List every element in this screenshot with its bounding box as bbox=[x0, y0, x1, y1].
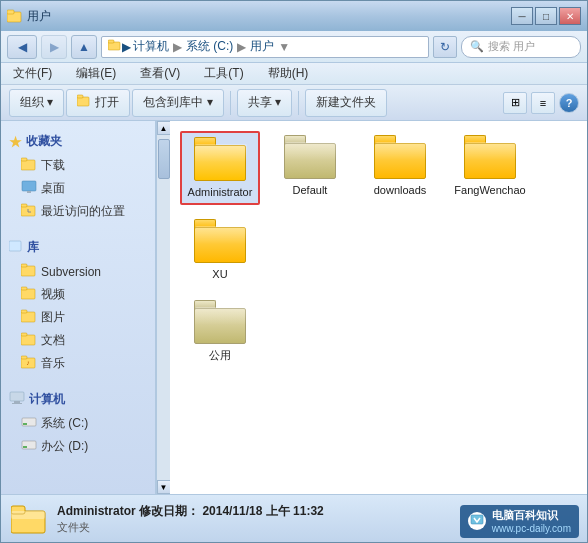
svg-rect-24 bbox=[10, 392, 24, 401]
scroll-down-button[interactable]: ▼ bbox=[157, 480, 171, 494]
path-computer: ▶ bbox=[122, 40, 131, 54]
folder-administrator[interactable]: Administrator bbox=[180, 131, 260, 205]
search-icon: 🔍 bbox=[470, 40, 484, 53]
svg-rect-15 bbox=[21, 289, 35, 299]
video-icon bbox=[21, 286, 37, 303]
close-button[interactable]: ✕ bbox=[559, 7, 581, 25]
pictures-icon bbox=[21, 309, 37, 326]
path-part2[interactable]: 系统 (C:) bbox=[186, 38, 233, 55]
sidebar-item-video[interactable]: 视频 bbox=[1, 283, 155, 306]
sidebar-item-documents[interactable]: 文档 bbox=[1, 329, 155, 352]
folder-downloads-icon bbox=[374, 135, 426, 179]
title-bar-left: 用户 bbox=[7, 8, 51, 25]
status-bar: Administrator 修改日期： 2014/11/18 上午 11:32 … bbox=[1, 494, 587, 542]
toolbar-right: ⊞ ≡ ? bbox=[503, 92, 579, 114]
back-button[interactable]: ◀ bbox=[7, 35, 37, 59]
path-part3[interactable]: 用户 bbox=[250, 38, 274, 55]
search-placeholder: 搜索 用户 bbox=[488, 39, 535, 54]
view-list-button[interactable]: ≡ bbox=[531, 92, 555, 114]
maximize-button[interactable]: □ bbox=[535, 7, 557, 25]
svg-text:♪: ♪ bbox=[26, 359, 30, 366]
menu-tools[interactable]: 工具(T) bbox=[200, 63, 247, 84]
new-folder-button[interactable]: 新建文件夹 bbox=[305, 89, 387, 117]
sidebar-header-library: 库 bbox=[1, 235, 155, 260]
sidebar: 收藏夹 下载 桌面 最 bbox=[1, 121, 156, 494]
svg-rect-19 bbox=[21, 335, 35, 345]
toolbar: 组织 ▾ 打开 包含到库中 ▾ 共享 ▾ 新建文件夹 ⊞ ≡ ? bbox=[1, 85, 587, 121]
view-icon-button[interactable]: ⊞ bbox=[503, 92, 527, 114]
svg-rect-6 bbox=[21, 160, 35, 170]
svg-rect-5 bbox=[77, 95, 83, 98]
svg-rect-16 bbox=[21, 287, 27, 290]
path-sep2: ▶ bbox=[237, 40, 246, 54]
status-folder-icon bbox=[11, 503, 47, 535]
help-button[interactable]: ? bbox=[559, 93, 579, 113]
folder-default[interactable]: Default bbox=[270, 131, 350, 205]
scroll-up-button[interactable]: ▲ bbox=[157, 121, 171, 135]
search-box[interactable]: 🔍 搜索 用户 bbox=[461, 36, 581, 58]
music-icon: ♪ bbox=[21, 355, 37, 372]
folder-downloads-label: downloads bbox=[374, 183, 427, 197]
folder-fangwenchao-icon bbox=[464, 135, 516, 179]
download-folder-icon bbox=[21, 157, 37, 174]
scroll-thumb[interactable] bbox=[158, 139, 170, 179]
documents-icon bbox=[21, 332, 37, 349]
path-sep3: ▼ bbox=[278, 40, 290, 54]
minimize-button[interactable]: ─ bbox=[511, 7, 533, 25]
sidebar-item-downloads[interactable]: 下载 bbox=[1, 154, 155, 177]
svg-rect-20 bbox=[21, 333, 27, 336]
folder-fangwenchao[interactable]: FangWenchao bbox=[450, 131, 530, 205]
svg-rect-11 bbox=[21, 204, 27, 207]
sidebar-item-pictures[interactable]: 图片 bbox=[1, 306, 155, 329]
folder-public-label: 公用 bbox=[209, 348, 231, 362]
scroll-container: ▲ ▼ Administrator bbox=[156, 121, 587, 494]
sidebar-scrollbar[interactable]: ▲ ▼ bbox=[156, 121, 170, 494]
sidebar-header-favorites: 收藏夹 bbox=[1, 129, 155, 154]
folder-title-icon bbox=[7, 8, 23, 24]
folder-xu-label: XU bbox=[212, 267, 227, 281]
watermark-text: 电脑百科知识 www.pc-daily.com bbox=[492, 508, 571, 535]
file-area: Administrator Default bbox=[170, 121, 587, 494]
menu-help[interactable]: 帮助(H) bbox=[264, 63, 313, 84]
menu-edit[interactable]: 编辑(E) bbox=[72, 63, 120, 84]
path-sep1: ▶ bbox=[173, 40, 182, 54]
folder-xu[interactable]: XU bbox=[180, 215, 260, 285]
sidebar-item-subversion[interactable]: Subversion bbox=[1, 260, 155, 283]
forward-button[interactable]: ▶ bbox=[41, 35, 67, 59]
open-button[interactable]: 打开 bbox=[66, 89, 130, 117]
refresh-button[interactable]: ↻ bbox=[433, 36, 457, 58]
d-drive-icon bbox=[21, 438, 37, 455]
star-icon bbox=[9, 134, 22, 150]
folder-public[interactable]: 公用 bbox=[180, 296, 260, 366]
subversion-icon bbox=[21, 263, 37, 280]
sidebar-item-c-drive[interactable]: 系统 (C:) bbox=[1, 412, 155, 435]
computer-icon bbox=[9, 391, 25, 408]
folder-downloads[interactable]: downloads bbox=[360, 131, 440, 205]
svg-rect-25 bbox=[14, 401, 20, 403]
svg-rect-33 bbox=[11, 511, 45, 519]
include-library-button[interactable]: 包含到库中 ▾ bbox=[132, 89, 223, 117]
sidebar-item-recent[interactable]: 最近访问的位置 bbox=[1, 200, 155, 223]
sidebar-section-computer: 计算机 系统 (C:) 办公 (D:) bbox=[1, 387, 155, 458]
menu-file[interactable]: 文件(F) bbox=[9, 63, 56, 84]
path-part1[interactable]: 计算机 bbox=[133, 38, 169, 55]
svg-rect-30 bbox=[23, 446, 27, 448]
organize-button[interactable]: 组织 ▾ bbox=[9, 89, 64, 117]
menu-bar: 文件(F) 编辑(E) 查看(V) 工具(T) 帮助(H) bbox=[1, 63, 587, 85]
sidebar-item-music[interactable]: ♪ 音乐 bbox=[1, 352, 155, 375]
folder-public-icon bbox=[194, 300, 246, 344]
menu-view[interactable]: 查看(V) bbox=[136, 63, 184, 84]
share-button[interactable]: 共享 ▾ bbox=[237, 89, 292, 117]
watermark: 电脑百科知识 www.pc-daily.com bbox=[460, 505, 579, 538]
c-drive-icon bbox=[21, 415, 37, 432]
sidebar-section-library: 库 Subversion 视频 bbox=[1, 235, 155, 375]
recent-icon bbox=[21, 203, 37, 220]
main-content: 收藏夹 下载 桌面 最 bbox=[1, 121, 587, 494]
sidebar-item-d-drive[interactable]: 办公 (D:) bbox=[1, 435, 155, 458]
svg-rect-26 bbox=[12, 403, 22, 404]
title-bar: 用户 ─ □ ✕ bbox=[1, 1, 587, 31]
sidebar-item-desktop[interactable]: 桌面 bbox=[1, 177, 155, 200]
svg-rect-17 bbox=[21, 312, 35, 322]
address-path[interactable]: ▶ 计算机 ▶ 系统 (C:) ▶ 用户 ▼ bbox=[101, 36, 429, 58]
up-button[interactable]: ▲ bbox=[71, 35, 97, 59]
